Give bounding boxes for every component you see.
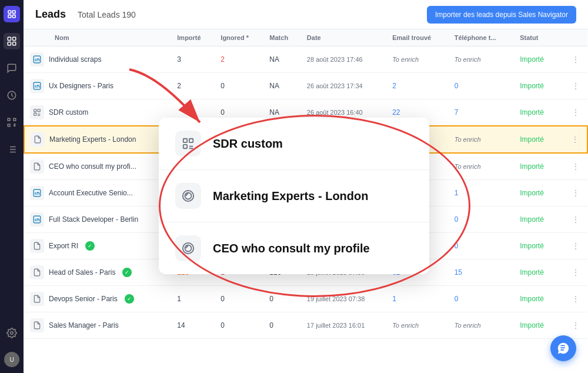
row-match: 0 bbox=[263, 312, 301, 339]
verified-badge: ✓ bbox=[122, 268, 132, 277]
row-name: CEO who consult my profi... bbox=[49, 162, 136, 171]
row-phone: 0 bbox=[449, 233, 514, 259]
row-name-cell: Full Stack Developer - Berlin bbox=[24, 207, 171, 233]
tooltip-icon-sdr bbox=[175, 131, 201, 156]
sidebar-item-qr[interactable] bbox=[4, 114, 20, 131]
row-name: Sales Manager - Paris bbox=[49, 321, 119, 329]
row-imported: 2 bbox=[171, 73, 215, 99]
more-icon[interactable]: ⋮ bbox=[570, 241, 582, 251]
col-status: Statut bbox=[514, 29, 557, 46]
row-name: Export RI bbox=[49, 242, 78, 250]
svg-rect-2 bbox=[8, 15, 11, 18]
table-row[interactable]: Sales Manager - Paris 14 0 0 17 juillet … bbox=[24, 312, 587, 339]
row-more-actions[interactable]: ⋮ bbox=[558, 126, 587, 153]
row-name-cell: Head of Sales - Paris✓ bbox=[24, 259, 171, 286]
row-imported: 3 bbox=[171, 46, 215, 73]
sidebar-item-clock[interactable] bbox=[4, 87, 20, 104]
tooltip-item-sdr[interactable]: SDR custom bbox=[159, 118, 429, 170]
verified-badge: ✓ bbox=[125, 294, 134, 304]
more-icon[interactable]: ⋮ bbox=[570, 267, 582, 278]
tooltip-item-ceo[interactable]: CEO who consult my profile bbox=[159, 222, 429, 274]
app-logo[interactable] bbox=[4, 6, 20, 22]
tooltip-label-marketing: Marketing Experts - London bbox=[213, 189, 368, 203]
chat-button[interactable] bbox=[550, 335, 576, 361]
row-more-actions[interactable]: ⋮ bbox=[558, 73, 587, 99]
table-row[interactable]: Individual scraps 3 2 NA 28 août 2023 17… bbox=[24, 46, 587, 73]
user-avatar[interactable]: U bbox=[4, 352, 19, 367]
row-icon bbox=[30, 239, 44, 253]
row-more-actions[interactable]: ⋮ bbox=[558, 153, 587, 180]
row-status: Importé bbox=[514, 312, 557, 339]
tooltip-box: SDR custom Marketing Experts - London CE… bbox=[159, 118, 429, 274]
row-more-actions[interactable]: ⋮ bbox=[558, 46, 587, 73]
svg-rect-10 bbox=[14, 118, 16, 121]
table-row[interactable]: Ux Designers - Paris 2 0 NA 26 août 2023… bbox=[24, 73, 587, 99]
row-phone: 0 bbox=[449, 207, 514, 233]
more-icon[interactable]: ⋮ bbox=[570, 214, 582, 225]
row-status: Importé bbox=[514, 207, 557, 233]
row-phone: To enrich bbox=[449, 312, 514, 339]
more-icon[interactable]: ⋮ bbox=[570, 188, 582, 198]
more-icon[interactable]: ⋮ bbox=[570, 294, 582, 304]
verified-badge: ✓ bbox=[85, 241, 95, 251]
row-phone: To enrich bbox=[449, 46, 514, 73]
row-date: 17 juillet 2023 16:01 bbox=[301, 312, 386, 339]
row-name-cell: Account Executive Senio... bbox=[24, 180, 171, 207]
row-name-cell: SDR custom bbox=[24, 99, 171, 126]
row-more-actions[interactable]: ⋮ bbox=[558, 259, 587, 286]
row-date: 26 août 2023 17:34 bbox=[301, 73, 386, 99]
row-name: Devops Senior - Paris bbox=[49, 295, 118, 303]
row-status: Importé bbox=[514, 286, 557, 312]
row-phone: 0 bbox=[449, 286, 514, 312]
row-imported: 14 bbox=[171, 312, 215, 339]
row-ignored: 0 bbox=[215, 286, 263, 312]
page-header: Leads Total Leads 190 Importer des leads… bbox=[24, 0, 588, 29]
tooltip-icon-marketing bbox=[175, 183, 201, 209]
row-icon bbox=[30, 265, 44, 279]
sidebar-item-grid[interactable] bbox=[4, 33, 20, 49]
sidebar-item-message[interactable] bbox=[4, 60, 20, 76]
sidebar-item-list[interactable] bbox=[4, 141, 20, 158]
col-phone: Téléphone t... bbox=[449, 29, 514, 46]
row-more-actions[interactable]: ⋮ bbox=[558, 286, 587, 312]
more-icon[interactable]: ⋮ bbox=[570, 81, 582, 91]
total-leads: Total Leads 190 bbox=[78, 10, 136, 19]
row-more-actions[interactable]: ⋮ bbox=[558, 207, 587, 233]
table-row[interactable]: Devops Senior - Paris✓ 1 0 0 19 juillet … bbox=[24, 286, 587, 312]
row-more-actions[interactable]: ⋮ bbox=[558, 99, 587, 126]
sidebar: U bbox=[0, 0, 24, 373]
row-name-cell: Export RI✓ bbox=[24, 233, 171, 259]
row-more-actions[interactable]: ⋮ bbox=[558, 180, 587, 207]
svg-rect-4 bbox=[8, 37, 11, 40]
row-email: To enrich bbox=[386, 46, 449, 73]
more-icon[interactable]: ⋮ bbox=[570, 320, 582, 331]
row-icon bbox=[30, 159, 44, 174]
row-icon bbox=[30, 79, 44, 93]
tooltip-item-marketing[interactable]: Marketing Experts - London bbox=[159, 170, 429, 222]
col-match: Match bbox=[263, 29, 301, 46]
more-icon[interactable]: ⋮ bbox=[569, 134, 581, 145]
row-match: NA bbox=[263, 73, 301, 99]
svg-point-21 bbox=[11, 332, 14, 335]
more-icon[interactable]: ⋮ bbox=[570, 107, 582, 118]
row-icon bbox=[30, 105, 44, 119]
more-icon[interactable]: ⋮ bbox=[570, 161, 582, 172]
row-match: NA bbox=[263, 46, 301, 73]
row-name: Individual scraps bbox=[49, 55, 101, 64]
row-more-actions[interactable]: ⋮ bbox=[558, 312, 587, 339]
more-icon[interactable]: ⋮ bbox=[570, 54, 582, 65]
row-name-cell: Sales Manager - Paris bbox=[24, 312, 171, 339]
sidebar-item-settings[interactable] bbox=[4, 325, 20, 341]
row-phone: 7 bbox=[449, 99, 514, 126]
svg-rect-3 bbox=[12, 15, 15, 18]
sidebar-bottom: U bbox=[4, 325, 20, 367]
import-button[interactable]: Importer des leads depuis Sales Navigato… bbox=[427, 6, 576, 24]
svg-rect-5 bbox=[13, 37, 16, 40]
tooltip-label-ceo: CEO who consult my profile bbox=[213, 242, 370, 255]
row-name-cell: Individual scraps bbox=[24, 46, 171, 73]
row-more-actions[interactable]: ⋮ bbox=[558, 233, 587, 259]
col-imported: Importé bbox=[171, 29, 215, 46]
svg-rect-33 bbox=[183, 145, 187, 148]
row-name-cell: Devops Senior - Paris✓ bbox=[24, 286, 171, 312]
row-name: SDR custom bbox=[49, 108, 88, 116]
